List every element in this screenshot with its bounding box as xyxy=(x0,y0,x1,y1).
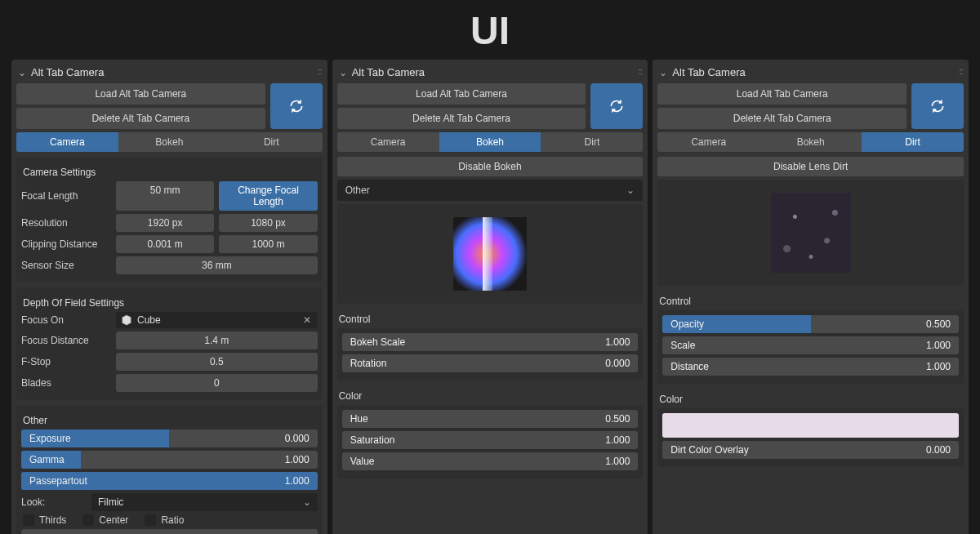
refresh-button[interactable] xyxy=(911,83,964,129)
chevron-down-icon[interactable]: ⌄ xyxy=(659,67,667,78)
load-button[interactable]: Load Alt Tab Camera xyxy=(337,83,586,105)
chevron-down-icon: ⌄ xyxy=(303,496,311,508)
saturation-slider[interactable]: Saturation1.000 xyxy=(342,431,639,449)
tab-camera[interactable]: Camera xyxy=(337,132,439,152)
label-focal-length: Focal Length xyxy=(21,190,111,202)
section-control: Control xyxy=(337,309,644,328)
tab-bokeh[interactable]: Bokeh xyxy=(439,132,541,152)
section-color: Color xyxy=(657,389,964,408)
tabs: Camera Bokeh Dirt xyxy=(657,132,964,152)
gamma-slider[interactable]: Gamma1.000 xyxy=(21,451,318,469)
label-blades: Blades xyxy=(21,377,111,389)
clip-near-field[interactable]: 0.001 m xyxy=(116,235,214,253)
load-button[interactable]: Load Alt Tab Camera xyxy=(16,83,265,105)
label-clipping: Clipping Distance xyxy=(21,238,111,250)
section-color: Color xyxy=(337,385,644,405)
load-button[interactable]: Load Alt Tab Camera xyxy=(657,83,906,105)
passepartout-slider[interactable]: Passepartout1.000 xyxy=(21,472,318,490)
dirt-preview xyxy=(771,193,851,273)
look-dropdown[interactable]: Filmic ⌄ xyxy=(91,493,318,511)
tabs: Camera Bokeh Dirt xyxy=(16,132,323,152)
label-focus-dist: Focus Distance xyxy=(21,335,111,346)
delete-button[interactable]: Delete Alt Tab Camera xyxy=(657,108,906,129)
focus-object-field[interactable]: Cube ✕ xyxy=(116,312,318,328)
sensor-field[interactable]: 36 mm xyxy=(116,256,318,274)
tab-dirt[interactable]: Dirt xyxy=(220,132,323,152)
panel-title: Alt Tab Camera xyxy=(672,66,745,78)
label-resolution: Resolution xyxy=(21,217,111,229)
check-thirds[interactable]: Thirds xyxy=(23,514,66,526)
panel-dirt: ⌄ Alt Tab Camera :::: Load Alt Tab Camer… xyxy=(653,60,969,534)
tab-dirt[interactable]: Dirt xyxy=(862,132,964,152)
blades-field[interactable]: 0 xyxy=(116,374,318,392)
delete-button[interactable]: Delete Alt Tab Camera xyxy=(337,108,586,129)
tab-camera[interactable]: Camera xyxy=(16,132,118,152)
fstop-field[interactable]: 0.5 xyxy=(116,353,318,371)
bokeh-scale-slider[interactable]: Bokeh Scale1.000 xyxy=(342,333,639,351)
refresh-icon xyxy=(608,98,625,114)
res-y-field[interactable]: 1080 px xyxy=(219,214,317,232)
label-look: Look: xyxy=(21,496,87,508)
refresh-button[interactable] xyxy=(590,83,643,129)
disable-bokeh-button[interactable]: Disable Bokeh xyxy=(337,157,644,176)
refresh-button[interactable] xyxy=(270,83,323,129)
panel-camera: ⌄ Alt Tab Camera :::: Load Alt Tab Camer… xyxy=(11,60,327,534)
delete-button[interactable]: Delete Alt Tab Camera xyxy=(16,108,265,129)
bokeh-other-dropdown[interactable]: Other ⌄ xyxy=(337,180,644,201)
tab-bokeh[interactable]: Bokeh xyxy=(760,132,862,152)
dirt-color-swatch[interactable] xyxy=(662,413,959,438)
film-transparency-button[interactable]: Film Transparency xyxy=(21,529,318,534)
rotation-slider[interactable]: Rotation0.000 xyxy=(342,354,639,372)
label-focus-on: Focus On xyxy=(21,314,111,326)
panel-bokeh: ⌄ Alt Tab Camera :::: Load Alt Tab Camer… xyxy=(332,60,648,534)
res-x-field[interactable]: 1920 px xyxy=(116,214,214,232)
chevron-down-icon: ⌄ xyxy=(626,185,635,196)
check-ratio[interactable]: Ratio xyxy=(145,514,184,526)
bokeh-preview xyxy=(453,217,527,291)
grip-icon[interactable]: :::: xyxy=(638,66,641,76)
refresh-icon xyxy=(288,98,305,114)
panel-title: Alt Tab Camera xyxy=(31,66,104,78)
scale-slider[interactable]: Scale1.000 xyxy=(662,336,959,354)
grip-icon[interactable]: :::: xyxy=(959,66,962,76)
label-fstop: F-Stop xyxy=(21,356,111,367)
cube-icon xyxy=(121,314,132,326)
panel-title: Alt Tab Camera xyxy=(352,66,425,78)
tab-bokeh[interactable]: Bokeh xyxy=(118,132,220,152)
grip-icon[interactable]: :::: xyxy=(317,66,320,76)
refresh-icon xyxy=(929,98,946,114)
opacity-slider[interactable]: Opacity0.500 xyxy=(662,315,959,333)
page-title: UI xyxy=(0,0,980,60)
focus-dist-field[interactable]: 1.4 m xyxy=(116,332,318,349)
section-other: Other xyxy=(21,410,318,429)
label-sensor: Sensor Size xyxy=(21,260,111,271)
section-dof: Depth Of Field Settings xyxy=(21,292,318,312)
chevron-down-icon[interactable]: ⌄ xyxy=(339,67,347,78)
clear-icon[interactable]: ✕ xyxy=(301,314,313,326)
chevron-down-icon[interactable]: ⌄ xyxy=(18,67,26,78)
dirt-overlay-slider[interactable]: Dirt Color Overlay0.000 xyxy=(662,441,959,459)
focus-object-name: Cube xyxy=(137,314,301,326)
focal-length-field[interactable]: 50 mm xyxy=(116,181,214,211)
section-control: Control xyxy=(657,291,964,310)
exposure-slider[interactable]: Exposure0.000 xyxy=(21,429,318,447)
check-center[interactable]: Center xyxy=(82,514,128,526)
disable-dirt-button[interactable]: Disable Lens Dirt xyxy=(657,157,964,176)
clip-far-field[interactable]: 1000 m xyxy=(219,235,317,253)
tabs: Camera Bokeh Dirt xyxy=(337,132,644,152)
tab-camera[interactable]: Camera xyxy=(657,132,760,152)
section-camera-settings: Camera Settings xyxy=(21,162,318,181)
hue-slider[interactable]: Hue0.500 xyxy=(342,410,639,428)
value-slider[interactable]: Value1.000 xyxy=(342,452,639,470)
distance-slider[interactable]: Distance1.000 xyxy=(662,358,959,376)
tab-dirt[interactable]: Dirt xyxy=(541,132,643,152)
change-focal-button[interactable]: Change Focal Length xyxy=(219,181,317,211)
